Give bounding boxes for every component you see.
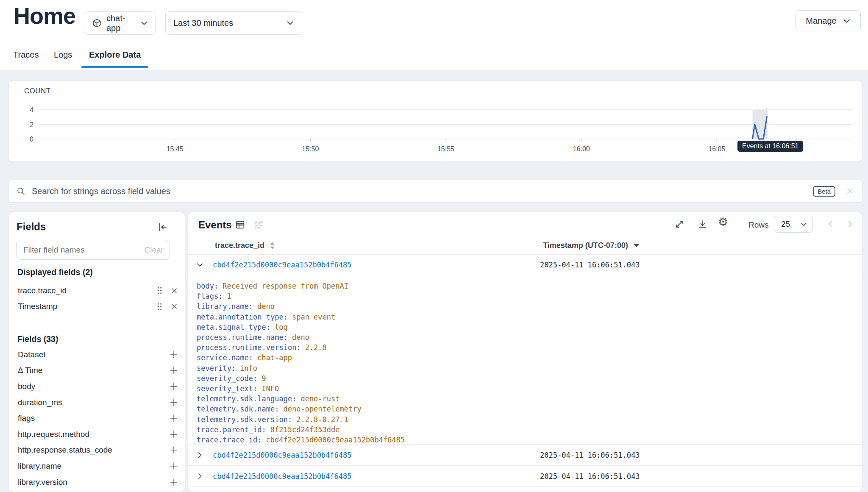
service-selector-dropdown[interactable]: chat-app [84,11,156,35]
drag-handle-icon[interactable] [156,286,163,295]
field-name: library.name [18,461,61,471]
chevron-down-icon [286,19,294,27]
event-row[interactable]: cbd4f2e215d0000c9eaa152b0b4f6485 2025-04… [188,445,862,466]
sort-icon [270,242,275,249]
column-header-timestamp[interactable]: Timestamp (UTC-07:00) [543,241,639,250]
field-list-item[interactable]: body [9,378,185,395]
add-field-icon[interactable] [169,445,178,455]
expand-row-icon[interactable] [195,472,204,481]
top-bar: Home chat-app Last 30 minutes Manage Tra… [0,0,868,70]
add-field-icon[interactable] [169,350,178,359]
field-list-item[interactable]: http.response.status_code [9,442,185,459]
trace-id-link[interactable]: cbd4f2e215d0000c9eaa152b0b4f6485 [213,451,352,459]
expand-row-icon[interactable] [195,450,204,459]
detail-line: process.runtime.name:deno [197,332,862,342]
expand-fullscreen-icon[interactable] [674,219,684,229]
next-page-icon[interactable] [845,219,855,229]
svg-text:15:55: 15:55 [437,145,454,153]
drag-handle-icon[interactable] [156,303,163,311]
events-table-header: trace.trace_id Timestamp (UTC-07:00) [188,237,862,255]
detail-key: body: [197,282,218,290]
event-row[interactable]: cbd4f2e215d0000c9eaa152b0b4f6485 2025-04… [188,255,862,275]
field-filter-box: Clear [16,240,170,260]
svg-text:4: 4 [30,106,33,114]
collapse-panel-icon[interactable] [157,222,168,233]
rows-per-page-value: 25 [781,220,790,229]
add-field-icon[interactable] [169,461,178,471]
svg-text:16:05: 16:05 [708,145,725,153]
list-view-icon[interactable] [253,220,264,230]
detail-value: INFO [262,384,279,393]
timestamp-cell: 2025-04-11 16:06:51.043 [540,261,640,269]
detail-value: deno [257,302,275,311]
chart-hover-tooltip: Events at 16:06:51 [737,141,803,152]
detail-line: severity:info [197,363,862,373]
detail-key: telemetry.sdk.version: [197,415,292,424]
add-field-icon[interactable] [169,478,178,487]
tab-explore-data[interactable]: Explore Data [89,50,141,60]
chevron-down-icon [800,221,807,228]
detail-value: 1 [227,292,231,300]
rows-per-page-select[interactable]: 25 [774,216,813,233]
global-search-bar: Beta [8,180,862,203]
svg-text:15:50: 15:50 [302,145,319,153]
field-list-item[interactable]: duration_ms [9,395,185,411]
gear-icon[interactable]: ⚙ [718,217,728,228]
displayed-field-row[interactable]: trace.trace_id [9,283,185,299]
detail-value: 2.2.8-0.27.1 [296,415,348,424]
trace-id-link[interactable]: cbd4f2e215d0000c9eaa152b0b4f6485 [213,472,352,481]
manage-button[interactable]: Manage [796,10,861,31]
tab-logs[interactable]: Logs [54,50,72,60]
time-range-label: Last 30 minutes [173,18,233,28]
previous-page-icon[interactable] [826,219,835,229]
detail-key: telemetry.sdk.name: [197,405,279,413]
field-list-item[interactable]: library.name [9,458,185,474]
detail-key: trace.parent_id: [197,425,266,434]
add-field-icon[interactable] [169,382,178,391]
add-field-icon[interactable] [169,414,178,423]
time-range-dropdown[interactable]: Last 30 minutes [165,11,302,35]
displayed-fields-header: Displayed fields (2) [17,267,93,277]
field-list-item[interactable]: Dataset [9,347,185,363]
detail-line: service.name:chat-app [197,353,862,363]
displayed-field-row[interactable]: Timestamp [9,299,185,315]
detail-key: telemetry.sdk.language: [197,395,296,403]
trace-id-link[interactable]: cbd4f2e215d0000c9eaa152b0b4f6485 [213,261,352,269]
remove-field-icon[interactable] [170,302,178,311]
field-list-item[interactable]: library.version [9,474,185,490]
chevron-down-icon [140,19,148,27]
field-name: Δ Time [18,366,42,375]
manage-label: Manage [806,16,836,26]
close-icon[interactable] [845,186,854,196]
detail-key: flags: [197,292,223,300]
field-name: duration_ms [18,398,62,407]
column-header-trace-id[interactable]: trace.trace_id [215,241,275,250]
field-name: Dataset [18,350,45,359]
event-row[interactable]: cbd4f2e215d0000c9eaa152b0b4f6485 2025-04… [188,466,862,487]
timestamp-cell: 2025-04-11 16:06:51.043 [540,472,640,481]
detail-key: library.name: [197,302,253,311]
field-name: library.version [18,478,67,487]
tab-traces[interactable]: Traces [13,50,39,60]
add-field-icon[interactable] [169,366,178,375]
fields-list: Dataset Δ Time body duration_ms flags ht… [9,347,185,490]
add-field-icon[interactable] [169,430,178,439]
detail-line: telemetry.sdk.language:deno-rust [197,394,862,404]
events-title: Events [198,219,232,231]
detail-line: meta.signal_type:log [197,322,862,332]
table-view-icon[interactable] [235,220,245,230]
download-icon[interactable] [698,219,708,229]
detail-value: deno-rust [300,395,339,403]
search-input[interactable] [31,186,807,197]
events-count-chart[interactable]: 02415:4515:5015:5516:0016:05 [9,81,862,162]
field-list-item[interactable]: Δ Time [9,363,185,379]
add-field-icon[interactable] [169,398,178,407]
clear-filter-button[interactable]: Clear [145,245,164,255]
remove-field-icon[interactable] [170,286,178,295]
field-list-item[interactable]: http.request.method [9,426,185,442]
field-list-item[interactable]: flags [9,410,185,426]
active-tab-underline [81,66,148,68]
collapse-row-icon[interactable] [195,260,204,269]
svg-text:15:45: 15:45 [167,145,184,153]
field-filter-input[interactable] [22,245,145,255]
